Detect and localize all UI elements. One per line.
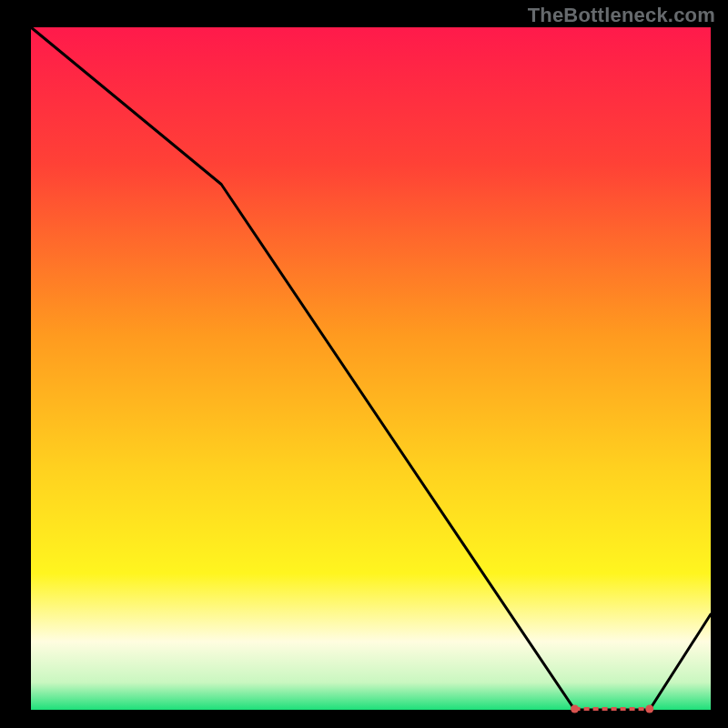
bottleneck-chart [0,0,728,728]
highlight-end-dot [645,705,653,713]
plot-background [31,27,711,710]
highlight-start-dot [571,705,579,713]
watermark-text: TheBottleneck.com [528,4,715,27]
chart-frame: TheBottleneck.com [0,0,728,728]
